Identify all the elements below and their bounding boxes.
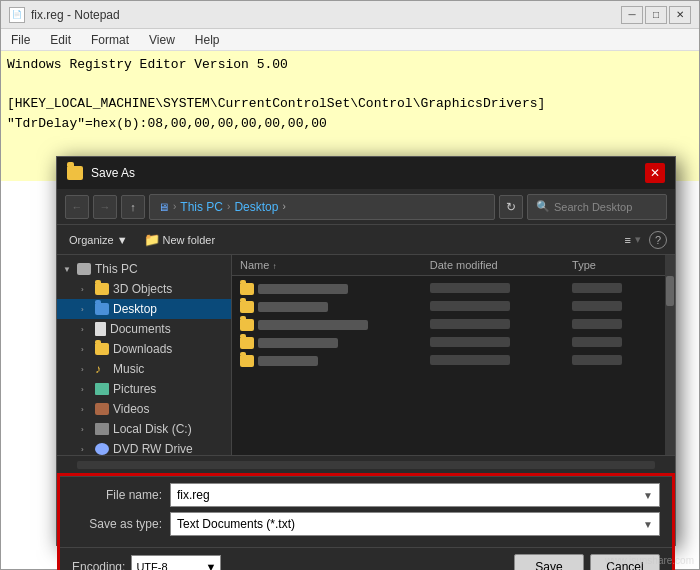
content-line4: "TdrDelay"=hex(b):08,00,00,00,00,00,00,0… — [7, 114, 693, 134]
bottom-section: File name: fix.reg ▼ Save as type: Text … — [57, 473, 675, 570]
organize-button[interactable]: Organize ▼ — [65, 232, 132, 248]
file-type-cell — [572, 301, 667, 313]
filename-input[interactable]: fix.reg ▼ — [170, 483, 660, 507]
filetype-input[interactable]: Text Documents (*.txt) ▼ — [170, 512, 660, 536]
file-type-cell — [572, 319, 667, 331]
filetype-row: Save as type: Text Documents (*.txt) ▼ — [72, 512, 660, 536]
encoding-select[interactable]: UTF-8 ▼ — [131, 555, 221, 570]
breadcrumb-this-pc[interactable]: This PC — [180, 200, 223, 214]
close-button[interactable]: ✕ — [669, 6, 691, 24]
bottom-actions: Encoding: UTF-8 ▼ Save Cancel — [60, 547, 672, 570]
filetype-dropdown-arrow: ▼ — [643, 519, 653, 530]
notepad-icon: 📄 — [9, 7, 25, 23]
up-button[interactable]: ↑ — [121, 195, 145, 219]
menu-format[interactable]: Format — [87, 33, 133, 47]
notepad-menubar: File Edit Format View Help — [1, 29, 699, 51]
breadcrumb-desktop[interactable]: Desktop — [234, 200, 278, 214]
filetype-label: Save as type: — [72, 517, 162, 531]
dvd-icon — [95, 443, 109, 455]
sidebar-item-desktop[interactable]: › Desktop — [57, 299, 231, 319]
pc-icon — [77, 263, 91, 275]
table-row[interactable] — [236, 280, 671, 298]
view-icon: ≡ — [625, 234, 631, 246]
folder-icon-downloads — [95, 343, 109, 355]
sidebar-item-pictures[interactable]: › Pictures — [57, 379, 231, 399]
sidebar-item-videos[interactable]: › Videos — [57, 399, 231, 419]
sidebar-item-music[interactable]: › ♪ Music — [57, 359, 231, 379]
help-button[interactable]: ? — [649, 231, 667, 249]
table-row[interactable] — [236, 352, 671, 370]
file-name-blurred — [258, 356, 318, 366]
minimize-button[interactable]: ─ — [621, 6, 643, 24]
notepad-window: 📄 fix.reg - Notepad ─ □ ✕ File Edit Form… — [0, 0, 700, 570]
col-header-date[interactable]: Date modified — [430, 259, 572, 271]
file-name-cell — [240, 283, 430, 295]
new-folder-icon: 📁 — [144, 232, 160, 247]
filename-bar: File name: fix.reg ▼ Save as type: Text … — [60, 476, 672, 547]
sidebar-label-pictures: Pictures — [113, 382, 156, 396]
back-button[interactable]: ← — [65, 195, 89, 219]
encoding-area: Encoding: UTF-8 ▼ — [72, 555, 508, 570]
row-folder-icon — [240, 301, 254, 313]
file-date-cell — [430, 319, 572, 331]
file-list-header: Name ↑ Date modified Type — [232, 255, 675, 276]
search-icon: 🔍 — [536, 200, 550, 213]
pc-icon-breadcrumb: 🖥 — [158, 201, 169, 213]
file-name-cell — [240, 337, 430, 349]
col-header-type[interactable]: Type — [572, 259, 667, 271]
file-date-cell — [430, 355, 572, 367]
forward-button[interactable]: → — [93, 195, 117, 219]
view-arrow: ▾ — [635, 233, 641, 246]
file-date-cell — [430, 301, 572, 313]
sidebar-label-desktop: Desktop — [113, 302, 157, 316]
saveas-title-left: Save As — [67, 166, 135, 180]
saveas-folder-icon — [67, 166, 83, 180]
sidebar: ▼ This PC › 3D Objects › Desktop › — [57, 255, 232, 455]
expand-arrow-videos: › — [81, 405, 91, 414]
watermark: www.isunshare.com — [605, 555, 694, 566]
sidebar-item-downloads[interactable]: › Downloads — [57, 339, 231, 359]
sidebar-item-documents[interactable]: › Documents — [57, 319, 231, 339]
expand-arrow-pictures: › — [81, 385, 91, 394]
search-placeholder: Search Desktop — [554, 201, 632, 213]
content-line3: [HKEY_LOCAL_MACHINE\SYSTEM\CurrentContro… — [7, 94, 693, 114]
h-scrollbar[interactable] — [77, 461, 655, 469]
sidebar-item-this-pc[interactable]: ▼ This PC — [57, 259, 231, 279]
sidebar-item-dvd[interactable]: › DVD RW Drive — [57, 439, 231, 455]
table-row[interactable] — [236, 316, 671, 334]
expand-arrow-downloads: › — [81, 345, 91, 354]
col-header-name[interactable]: Name ↑ — [240, 259, 430, 271]
expand-arrow-dvd: › — [81, 445, 91, 454]
table-row[interactable] — [236, 334, 671, 352]
search-box[interactable]: 🔍 Search Desktop — [527, 194, 667, 220]
expand-arrow-music: › — [81, 365, 91, 374]
menu-help[interactable]: Help — [191, 33, 224, 47]
sidebar-item-3d-objects[interactable]: › 3D Objects — [57, 279, 231, 299]
row-folder-icon — [240, 319, 254, 331]
file-area: Name ↑ Date modified Type — [232, 255, 675, 455]
maximize-button[interactable]: □ — [645, 6, 667, 24]
new-folder-button[interactable]: 📁 New folder — [140, 230, 220, 249]
new-folder-label: New folder — [163, 234, 216, 246]
scrollbar-vertical[interactable] — [665, 255, 675, 455]
nav-toolbar: ← → ↑ 🖥 › This PC › Desktop › ↻ 🔍 Search… — [57, 189, 675, 225]
organize-arrow: ▼ — [117, 234, 128, 246]
file-name-blurred — [258, 320, 368, 330]
file-name-cell — [240, 355, 430, 367]
menu-view[interactable]: View — [145, 33, 179, 47]
file-type-cell — [572, 355, 667, 367]
view-button[interactable]: ≡ ▾ — [625, 233, 641, 246]
encoding-label: Encoding: — [72, 560, 125, 570]
refresh-button[interactable]: ↻ — [499, 195, 523, 219]
table-row[interactable] — [236, 298, 671, 316]
sidebar-item-local-disk[interactable]: › Local Disk (C:) — [57, 419, 231, 439]
saveas-close-button[interactable]: ✕ — [645, 163, 665, 183]
main-area: ▼ This PC › 3D Objects › Desktop › — [57, 255, 675, 455]
file-name-blurred — [258, 302, 328, 312]
file-type-cell — [572, 337, 667, 349]
menu-file[interactable]: File — [7, 33, 34, 47]
save-button[interactable]: Save — [514, 554, 584, 570]
menu-edit[interactable]: Edit — [46, 33, 75, 47]
file-date-cell — [430, 283, 572, 295]
sidebar-label-this-pc: This PC — [95, 262, 138, 276]
